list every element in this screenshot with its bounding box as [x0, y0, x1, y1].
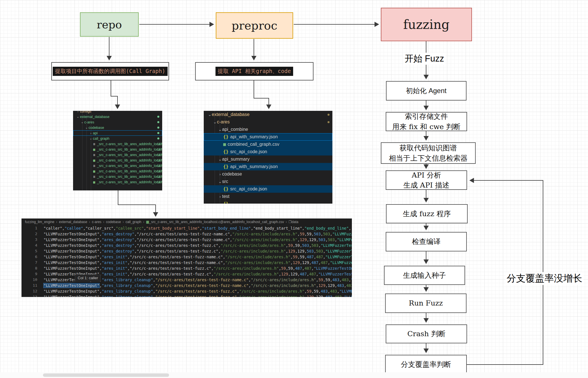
line-number: 11 — [21, 283, 37, 288]
chevron-down-icon[interactable]: ⌄ — [80, 120, 84, 124]
chevron-down-icon[interactable]: ⌄ — [213, 120, 217, 124]
tree-item-label: codebase — [222, 172, 242, 177]
chevron-right-icon[interactable]: › — [218, 194, 222, 199]
drawio-canvas[interactable]: { "stages": { "repo": {"label": "repo", … — [0, 0, 588, 378]
tree-file-_src_c-ares_src_lib_ares_addrinfo_localhost...[interactable]: ▦_src_c-ares_src_lib_ares_addrinfo_local… — [73, 158, 162, 163]
tree-folder-external_database[interactable]: ⌄external_database — [204, 111, 332, 118]
flow-step-line: 用来 fix 和 cwe 判断 — [392, 122, 460, 132]
tree-file-api_with_summary.json[interactable]: {}api_with_summary.json — [204, 163, 332, 170]
tree-folder-src[interactable]: ⌄src — [204, 178, 332, 185]
tree-file-api_with_summary.json[interactable]: {}api_with_summary.json — [204, 133, 332, 141]
breadcrumb-separator-icon: › — [56, 220, 57, 224]
tree-file-_src_c-ares_src_lib_ares_addrinfo_localhost...[interactable]: ≡_src_c-ares_src_lib_ares_addrinfo_local… — [73, 152, 162, 158]
tree-file-src_api_code.json[interactable]: {}src_api_code.json — [204, 185, 332, 193]
csv-row-1[interactable]: "caller","callee","caller_src","callee_s… — [44, 225, 351, 231]
tree-folder-api_summary[interactable]: ⌄api_summary — [204, 155, 332, 163]
csv-row-6[interactable]: "LLVMFuzzerTestOneInput","ares_init","/s… — [44, 254, 352, 260]
stage-node-repo[interactable]: repo — [80, 12, 139, 37]
tree-folder-codebase[interactable]: ⌄codebase — [73, 125, 162, 130]
csv-token: , — [311, 232, 314, 236]
chevron-right-icon[interactable]: › — [89, 131, 93, 135]
chevron-down-icon[interactable]: ⌄ — [208, 112, 212, 117]
tree-folder-codebase[interactable]: ›codebase — [204, 170, 332, 178]
csv-row-7[interactable]: "LLVMFuzzerTestOneInput","ares_init","/s… — [44, 260, 352, 265]
chevron-down-icon[interactable]: ⌄ — [85, 126, 89, 129]
flow-step-3[interactable]: 获取代码知识图谱相当于上下文信息检索器 — [381, 142, 476, 164]
tree-folder-api[interactable]: ›api — [73, 130, 162, 136]
breadcrumb-item[interactable]: _src_c-ares_src_lib_ares_addrinfo_localh… — [149, 220, 284, 224]
chevron-down-icon[interactable]: ⌄ — [218, 127, 222, 132]
csv-token: 503 — [302, 243, 309, 248]
breadcrumb[interactable]: fuzzing_llm_engine›external_database›c-a… — [21, 218, 352, 225]
tree-folder-c-ares[interactable]: ⌄c-ares — [73, 119, 162, 125]
horizontal-scrollbar[interactable] — [43, 373, 169, 377]
tree-file-partial[interactable]: {} — [204, 200, 332, 204]
git-untracked-badge: U — [157, 180, 160, 184]
breadcrumb-item[interactable]: codebase — [106, 220, 121, 224]
flow-step-7[interactable]: 生成输入种子 — [384, 266, 465, 285]
flow-step-8[interactable]: Run Fuzz — [385, 294, 467, 313]
flow-step-1[interactable]: 初始化 Agent — [386, 81, 467, 101]
csv-row-4[interactable]: "LLVMFuzzerTestOneInput","ares_destroy",… — [44, 243, 352, 248]
csv-row-2[interactable]: "LLVMFuzzerTestOneInput","ares_destroy",… — [44, 231, 352, 237]
csv-row-11[interactable]: "LLVMFuzzerTestOneInput","ares_library_c… — [44, 283, 352, 288]
table-file-icon: ▦ — [93, 169, 95, 173]
explorer-tree-external-database[interactable]: ⌄external_database⌄c-ares⌄api_combine{}a… — [204, 111, 332, 204]
csv-token: , — [153, 295, 155, 297]
note-api-extract[interactable]: 提取 API 相关graph、code — [195, 62, 313, 80]
chevron-right-icon[interactable]: › — [76, 111, 80, 113]
chevron-down-icon[interactable]: ⌄ — [218, 179, 222, 184]
csv-token: 59 — [326, 277, 330, 282]
csv-token: , — [153, 283, 155, 288]
csv-row-13[interactable]: "LLVMFuzzerTestOneInput","ares_library_c… — [44, 294, 352, 297]
tree-file-_src_c-ares_src_lib_ares_addrinfo_localhost...[interactable]: ▦_src_c-ares_src_lib_ares_addrinfo_local… — [73, 168, 162, 174]
tree-file-src_api_code.json[interactable]: {}src_api_code.json — [204, 148, 332, 155]
csv-row-8[interactable]: "LLVMFuzzerTestOneInput","ares_init","/s… — [44, 265, 352, 271]
tree-file-_src_c-ares_src_lib_ares_addrinfo_localhost...[interactable]: ≡_src_c-ares_src_lib_ares_addrinfo_local… — [73, 141, 162, 147]
flow-step-5[interactable]: 生成 fuzz 程序 — [386, 204, 468, 223]
csv-token: "start_body_start_line" — [146, 226, 200, 231]
flow-step-4[interactable]: API 分析生成 API 描述 — [386, 170, 467, 190]
csv-token: , — [304, 255, 307, 259]
tree-folder-c-ares[interactable]: ⌄c-ares — [204, 118, 332, 126]
csv-editor-window[interactable]: fuzzing_llm_engine›external_database›c-a… — [21, 218, 352, 297]
stage-node-preproc[interactable]: preproc — [216, 12, 293, 39]
chevron-down-icon[interactable]: ⌄ — [89, 137, 93, 140]
csv-token: 503 — [328, 237, 335, 242]
tree-file-_src_c-ares_src_lib_ares_addrinfo_localhost...[interactable]: ≡_src_c-ares_src_lib_ares_addrinfo_local… — [73, 174, 162, 179]
tree-file-_src_c-ares_src_lib_ares_addrinfo_localhost...[interactable]: ▦_src_c-ares_src_lib_ares_addrinfo_local… — [73, 147, 162, 152]
tree-file-_src_c-ares_src_lib_ares_addrinfo_localhost...[interactable]: ≡_src_c-ares_src_lib_ares_addrinfo_local… — [73, 163, 162, 168]
breadcrumb-item[interactable]: fuzzing_llm_engine — [25, 220, 54, 224]
csv-row-12[interactable]: "LLVMFuzzerTestOneInput","ares_library_c… — [44, 288, 352, 294]
chevron-right-icon[interactable]: › — [218, 172, 222, 176]
csv-token: , — [311, 289, 314, 294]
tree-file-_src_c-ares_src_lib_ares_addrinfo_localhost...[interactable]: ▦_src_c-ares_src_lib_ares_addrinfo_local… — [73, 179, 162, 185]
csv-row-3[interactable]: "LLVMFuzzerTestOneInput","ares_destroy",… — [44, 237, 352, 243]
csv-row-5[interactable]: "LLVMFuzzerTestOneInput","ares_destroy",… — [44, 248, 352, 254]
note-call-graph[interactable]: 提取项目中所有函数的调用图(Call Graph) — [51, 62, 169, 80]
flow-step-9[interactable]: Crash 判断 — [386, 324, 467, 343]
tree-file-combined_call_graph.csv[interactable]: ▦combined_call_graph.csv — [204, 141, 332, 148]
breadcrumb-item[interactable]: call_graph — [126, 220, 141, 224]
tree-folder-test[interactable]: ›test — [204, 193, 332, 200]
flow-step-2[interactable]: 索引存储文件用来 fix 和 cwe 判断 — [386, 112, 467, 131]
json-file-icon: {} — [223, 134, 228, 139]
chevron-down-icon[interactable]: ⌄ — [218, 157, 222, 162]
csv-token: 483 — [342, 277, 348, 282]
stage-node-fuzzing[interactable]: fuzzing — [381, 8, 472, 41]
tree-folder-configs[interactable]: ›configs — [73, 111, 162, 114]
flow-step-10[interactable]: 分支覆盖率判断 — [385, 355, 467, 374]
tree-folder-call_graph[interactable]: ⌄call_graph — [73, 136, 162, 141]
csv-token: 503 — [318, 237, 325, 242]
breadcrumb-item[interactable]: data — [292, 220, 298, 224]
tree-folder-external_database[interactable]: ⌄external_database — [73, 114, 162, 119]
tree-folder-api_combine[interactable]: ⌄api_combine — [204, 126, 332, 133]
chevron-down-icon[interactable]: ⌄ — [76, 115, 80, 119]
csv-token: , — [286, 266, 288, 271]
flow-step-6[interactable]: 检查编译 — [386, 232, 467, 251]
tree-item-label: api_with_summary.json — [230, 164, 278, 169]
breadcrumb-item[interactable]: external_database — [59, 220, 87, 224]
flow-step-line: 相当于上下文信息检索器 — [389, 153, 468, 164]
breadcrumb-item[interactable]: c-ares — [92, 220, 101, 224]
explorer-tree-call-graph[interactable]: ›configs⌄external_database⌄c-ares⌄codeba… — [73, 111, 162, 190]
